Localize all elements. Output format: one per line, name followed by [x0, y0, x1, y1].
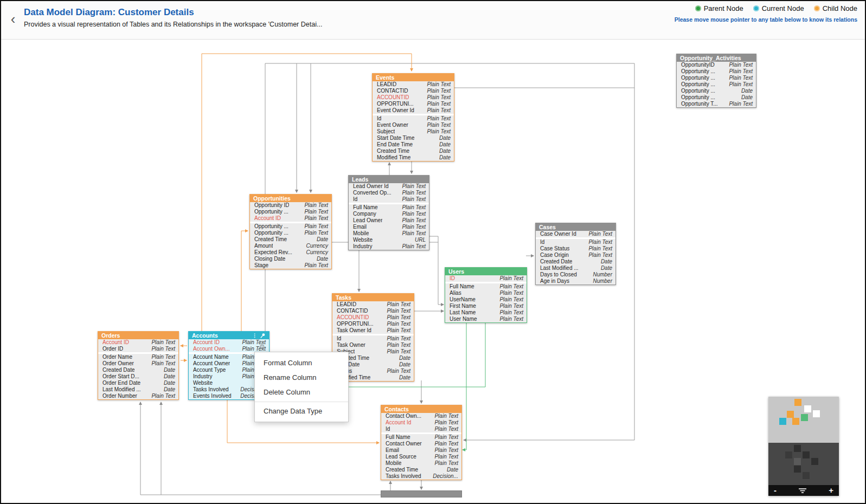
- field-row-contactid[interactable]: CONTACTIDPlain Text: [373, 88, 454, 94]
- table-header[interactable]: Opportunities: [250, 195, 331, 202]
- menu-item-delete-column[interactable]: Delete Column: [255, 385, 348, 399]
- field-row-subject[interactable]: SubjectPlain Text: [373, 128, 454, 135]
- zoom-level-icon[interactable]: [798, 487, 807, 494]
- field-row-opportunity[interactable]: Opportunity ...Plain Text: [250, 230, 331, 236]
- field-row-accountid[interactable]: ACCOUNTIDPlain Text: [332, 314, 414, 321]
- field-row-contactid[interactable]: CONTACTIDPlain Text: [332, 308, 414, 314]
- field-row-amount[interactable]: AmountCurrency: [250, 243, 331, 249]
- minimap[interactable]: - +: [768, 397, 839, 496]
- field-row-event-owner-id[interactable]: Event Owner IdPlain Text: [373, 107, 454, 114]
- field-row-last-name[interactable]: Last NamePlain Text: [445, 309, 527, 316]
- field-row-opportunity[interactable]: Opportunity ...Date: [677, 94, 756, 101]
- field-row-username[interactable]: UserNamePlain Text: [445, 296, 527, 303]
- field-row-created-time[interactable]: Created TimeDate: [373, 148, 454, 154]
- table-cases[interactable]: CasesCase Owner IdPlain TextIdPlain Text…: [535, 223, 616, 285]
- field-row-order-number[interactable]: Order NumberPlain Text: [98, 393, 178, 399]
- field-row-account-id[interactable]: Account IDPlain Text: [189, 339, 269, 346]
- back-button[interactable]: ‹: [7, 11, 20, 28]
- field-row-case-status[interactable]: Case StatusPlain Text: [536, 245, 615, 252]
- field-row-website[interactable]: WebsiteURL: [349, 237, 429, 243]
- field-row-company[interactable]: CompanyPlain Text: [349, 211, 429, 217]
- field-row-contact-own[interactable]: Contact Own...Plain Text: [381, 413, 461, 419]
- field-row-opportuni[interactable]: OPPORTUNI...Plain Text: [332, 321, 414, 327]
- field-row-order-end-date[interactable]: Order End DateDate: [98, 380, 178, 386]
- field-row-lead-owner[interactable]: Lead OwnerPlain Text: [349, 217, 429, 224]
- menu-item-format-column[interactable]: Format Column: [255, 356, 348, 370]
- column-settings-gear-icon[interactable]: ⚙: [259, 343, 265, 351]
- partial-table-header[interactable]: [381, 490, 462, 497]
- field-row-task-owner-id[interactable]: Task Owner IdPlain Text: [332, 327, 414, 334]
- field-row-last-modified[interactable]: Last Modified ...Date: [536, 265, 615, 272]
- field-row-email[interactable]: EmailPlain Text: [381, 447, 461, 454]
- field-row-account-id[interactable]: Account IDPlain Text: [250, 215, 331, 222]
- table-opportunity-activities[interactable]: Opportunity_ActivitiesOpportunityIDPlain…: [676, 54, 756, 108]
- field-row-id[interactable]: IDPlain Text: [445, 275, 527, 282]
- field-row-order-start-d[interactable]: Order Start D...Date: [98, 373, 178, 380]
- field-row-id[interactable]: IdPlain Text: [349, 196, 429, 203]
- field-row-full-name[interactable]: Full NamePlain Text: [381, 434, 461, 441]
- field-row-mobile[interactable]: MobilePlain Text: [381, 460, 461, 467]
- table-header[interactable]: Leads: [349, 176, 429, 183]
- field-row-id[interactable]: IdPlain Text: [373, 115, 454, 122]
- table-header[interactable]: Accounts⋮: [189, 332, 269, 339]
- field-row-opportunity-id[interactable]: Opportunity IDPlain Text: [250, 202, 331, 209]
- table-orders[interactable]: OrdersAccount IDPlain TextOrder IDPlain …: [98, 331, 179, 400]
- field-row-created-time[interactable]: Created TimeDate: [381, 467, 461, 473]
- field-row-closing-date[interactable]: Closing DateDate: [250, 256, 331, 262]
- table-users[interactable]: UsersIDPlain TextFull NamePlain TextAlia…: [445, 267, 527, 323]
- field-row-modified-time[interactable]: Modified TimeDate: [373, 154, 454, 161]
- pin-icon[interactable]: [260, 333, 266, 339]
- field-row-opportunity-t[interactable]: Opportunity T...Plain Text: [677, 101, 756, 107]
- menu-item-rename-column[interactable]: Rename Column: [255, 370, 348, 385]
- zoom-in-button[interactable]: +: [829, 486, 833, 495]
- field-row-event-owner[interactable]: Event OwnerPlain Text: [373, 122, 454, 128]
- field-row-order-name[interactable]: Order NamePlain Text: [98, 354, 178, 360]
- field-row-order-id[interactable]: Order IDPlain Text: [98, 346, 178, 352]
- table-opportunities[interactable]: OpportunitiesOpportunity IDPlain TextOpp…: [249, 194, 332, 269]
- field-row-created-date[interactable]: Created DateDate: [536, 259, 615, 265]
- field-row-expected-rev[interactable]: Expected Rev...Currency: [250, 249, 331, 256]
- field-row-last-modified[interactable]: Last Modified ...Date: [98, 386, 178, 393]
- field-row-created-time[interactable]: Created TimeDate: [250, 236, 331, 243]
- field-row-user-name[interactable]: User NamePlain Text: [445, 316, 527, 322]
- table-header[interactable]: Opportunity_Activities: [677, 54, 756, 62]
- field-row-email[interactable]: EmailPlain Text: [349, 224, 429, 230]
- field-row-alias[interactable]: AliasPlain Text: [445, 290, 527, 296]
- more-options-icon[interactable]: ⋮: [252, 333, 257, 338]
- field-row-lead-source[interactable]: Lead SourcePlain Text: [381, 454, 461, 460]
- minimap-lower-region[interactable]: [768, 443, 839, 485]
- field-row-first-name[interactable]: First NamePlain Text: [445, 303, 527, 309]
- table-header[interactable]: Events: [373, 74, 454, 81]
- menu-item-change-data-type[interactable]: Change Data Type: [255, 402, 348, 418]
- table-events[interactable]: EventsLEADIDPlain TextCONTACTIDPlain Tex…: [372, 73, 454, 161]
- zoom-out-button[interactable]: -: [774, 486, 777, 495]
- field-row-full-name[interactable]: Full NamePlain Text: [445, 283, 527, 290]
- field-row-id[interactable]: IdPlain Text: [332, 335, 414, 342]
- field-row-leadid[interactable]: LEADIDPlain Text: [373, 81, 454, 88]
- field-row-accountid[interactable]: ACCOUNTIDPlain Text: [373, 94, 454, 101]
- field-row-age-in-days[interactable]: Age in DaysNumber: [536, 278, 615, 285]
- field-row-lead-owner-id[interactable]: Lead Owner IdPlain Text: [349, 183, 429, 190]
- field-row-opportunity[interactable]: Opportunity ...Plain Text: [677, 75, 756, 81]
- field-row-full-name[interactable]: Full NamePlain Text: [349, 204, 429, 211]
- field-row-opportunity[interactable]: Opportunity ...Plain Text: [250, 223, 331, 230]
- field-row-case-owner-id[interactable]: Case Owner IdPlain Text: [536, 231, 615, 237]
- field-row-contact-owner[interactable]: Contact OwnerPlain Text: [381, 441, 461, 447]
- field-row-start-date-time[interactable]: Start Date TimeDate: [373, 135, 454, 141]
- field-row-task-owner[interactable]: Task OwnerPlain Text: [332, 342, 414, 348]
- field-row-account-id[interactable]: Account IDPlain Text: [98, 339, 178, 346]
- table-header[interactable]: Cases: [536, 223, 615, 231]
- field-row-opportunityid[interactable]: OpportunityIDPlain Text: [677, 62, 756, 68]
- table-header[interactable]: Contacts: [381, 405, 461, 413]
- field-row-created-date[interactable]: Created DateDate: [98, 367, 178, 373]
- field-row-leadid[interactable]: LEADIDPlain Text: [332, 301, 414, 308]
- field-row-tasks-involved[interactable]: Tasks InvolvedDecision...: [381, 473, 461, 480]
- table-leads[interactable]: LeadsLead Owner IdPlain TextConverted Op…: [348, 175, 429, 250]
- minimap-upper-region[interactable]: [768, 397, 839, 443]
- field-row-mobile[interactable]: MobilePlain Text: [349, 230, 429, 237]
- field-row-end-date-time[interactable]: End Date TimeDate: [373, 141, 454, 148]
- field-row-days-to-closed[interactable]: Days to ClosedNumber: [536, 272, 615, 278]
- field-row-stage[interactable]: StagePlain Text: [250, 262, 331, 269]
- field-row-account-id[interactable]: Account IdPlain Text: [381, 419, 461, 426]
- field-row-converted-op[interactable]: Converted Op...Plain Text: [349, 190, 429, 196]
